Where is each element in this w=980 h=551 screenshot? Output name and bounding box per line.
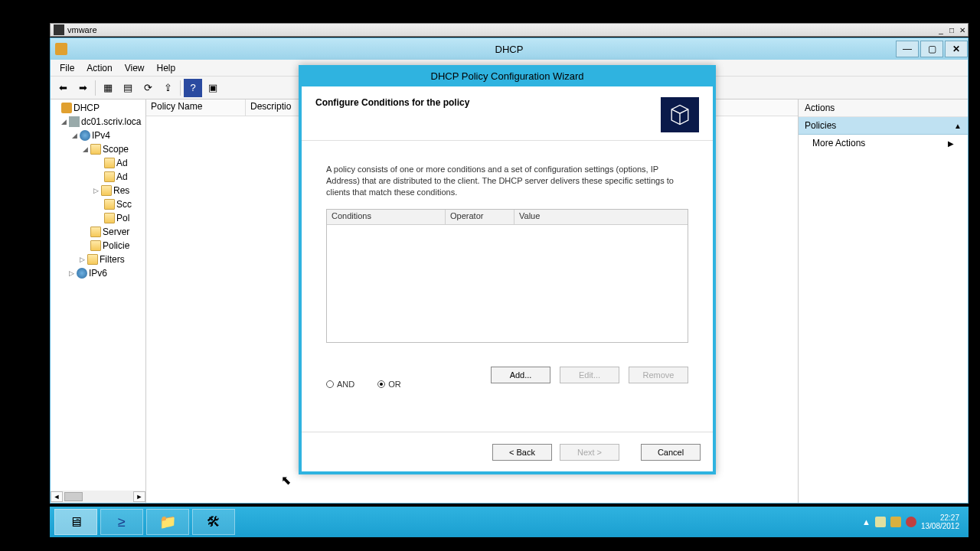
separator (180, 80, 181, 96)
more-actions[interactable]: More Actions ▶ (799, 135, 968, 152)
tree-item[interactable]: Ad (51, 170, 145, 184)
wizard-title: DHCP Policy Configuration Wizard (299, 65, 716, 86)
folder-icon (104, 199, 115, 210)
tree-server-options[interactable]: Server (51, 225, 145, 239)
globe-icon (80, 130, 90, 141)
system-tray[interactable]: ▲ 22:27 13/08/2012 (862, 514, 964, 530)
refresh-icon[interactable]: ⟳ (139, 79, 157, 97)
prop-icon[interactable]: ▤ (119, 79, 137, 97)
radio-or[interactable]: OR (377, 380, 401, 389)
tree-server[interactable]: ◢dc01.scriv.loca (51, 115, 145, 129)
globe-icon (77, 268, 87, 279)
vmware-max-icon[interactable]: □ (946, 26, 957, 34)
actions-panel: Actions Policies ▲ More Actions ▶ (798, 99, 968, 503)
policy-wizard-dialog: DHCP Policy Configuration Wizard Configu… (299, 65, 716, 474)
edit-button[interactable]: Edit... (560, 367, 619, 383)
menu-help[interactable]: Help (151, 61, 182, 75)
conditions-header: Conditions Operator Value (327, 210, 688, 225)
export-icon[interactable]: ⇪ (158, 79, 177, 97)
tree-item[interactable]: Ad (51, 156, 145, 170)
menu-file[interactable]: File (54, 61, 80, 75)
col-policy-name[interactable]: Policy Name (146, 99, 246, 116)
scroll-left-icon[interactable]: ◄ (51, 491, 63, 502)
show-hide-icon[interactable]: ▦ (99, 79, 117, 97)
taskbar[interactable]: 🖥 ≥ 📁 🛠 ▲ 22:27 13/08/2012 (50, 507, 969, 537)
radio-and[interactable]: AND (326, 380, 354, 389)
maximize-button[interactable]: ▢ (920, 41, 943, 57)
server-icon (69, 116, 80, 127)
vmware-icon (54, 24, 64, 35)
tree-panel[interactable]: DHCP ◢dc01.scriv.loca ◢IPv4 ◢Scope Ad Ad… (51, 99, 146, 503)
menu-action[interactable]: Action (80, 61, 118, 75)
dhcp-title: DHCP (51, 44, 968, 55)
tree-scope[interactable]: ◢Scope (51, 142, 145, 156)
help-icon[interactable]: ? (184, 79, 202, 97)
remove-button[interactable]: Remove (629, 367, 688, 383)
tray-shield-icon[interactable] (890, 517, 901, 527)
wizard-description: A policy consists of one or more conditi… (326, 164, 688, 198)
tree-item[interactable]: ▷Res (51, 184, 145, 197)
cancel-button[interactable]: Cancel (641, 444, 701, 461)
tree-policies[interactable]: Policie (51, 239, 145, 253)
menu-view[interactable]: View (119, 61, 151, 75)
collapse-icon[interactable]: ▲ (954, 122, 962, 130)
col-value[interactable]: Value (514, 210, 688, 224)
tree-filters[interactable]: ▷Filters (51, 253, 145, 266)
vmware-min-icon[interactable]: _ (936, 26, 946, 34)
window-controls: — ▢ ✕ (894, 41, 968, 57)
tray-network-icon[interactable] (906, 517, 916, 527)
scroll-thumb[interactable] (64, 492, 83, 501)
wizard-footer: < Back Next > Cancel (302, 432, 713, 471)
tray-clock[interactable]: 22:27 13/08/2012 (921, 514, 964, 530)
folder-icon (101, 185, 112, 196)
vmware-title: vmware (67, 25, 97, 34)
tree-item[interactable]: Scc (51, 197, 145, 211)
dhcp-icon (61, 103, 72, 113)
tree-scrollbar[interactable]: ◄ ► (51, 491, 145, 503)
folder-icon (104, 213, 115, 223)
wizard-header-icon (661, 97, 699, 132)
folder-icon (104, 158, 115, 168)
vmware-close-icon[interactable]: ✕ (957, 26, 968, 34)
extra-icon[interactable]: ▣ (204, 79, 222, 97)
tray-time: 22:27 (921, 514, 959, 522)
dhcp-app-icon (55, 43, 67, 55)
task-server-manager[interactable]: 🖥 (54, 509, 97, 535)
folder-icon (90, 227, 101, 237)
tree-ipv4[interactable]: ◢IPv4 (51, 129, 145, 142)
task-dhcp[interactable]: 🛠 (192, 509, 235, 535)
scroll-right-icon[interactable]: ► (133, 491, 145, 502)
conditions-table[interactable]: Conditions Operator Value (326, 209, 688, 343)
tray-date: 13/08/2012 (921, 522, 959, 530)
tree-ipv6[interactable]: ▷IPv6 (51, 266, 145, 280)
col-operator[interactable]: Operator (446, 210, 514, 224)
back-button[interactable]: < Back (492, 444, 552, 461)
wizard-header: Configure Conditions for the policy (302, 86, 713, 141)
dhcp-titlebar: DHCP — ▢ ✕ (51, 38, 968, 60)
wizard-heading: Configure Conditions for the policy (315, 97, 469, 108)
folder-icon (90, 240, 101, 251)
back-icon[interactable]: ⬅ (54, 79, 72, 97)
vmware-titlebar: vmware _ □ ✕ (50, 23, 969, 37)
task-powershell[interactable]: ≥ (100, 509, 143, 535)
folder-icon (87, 254, 98, 265)
radio-icon (326, 380, 334, 388)
wizard-body: A policy consists of one or more conditi… (302, 141, 713, 432)
close-button[interactable]: ✕ (945, 41, 968, 57)
tray-flag-icon[interactable] (875, 517, 886, 527)
task-explorer[interactable]: 📁 (146, 509, 189, 535)
actions-title: Actions (799, 99, 968, 117)
minimize-button[interactable]: — (896, 41, 919, 57)
logic-radios: AND OR (326, 380, 401, 389)
next-button[interactable]: Next > (560, 444, 619, 461)
tree-root[interactable]: DHCP (51, 101, 145, 115)
tree-item[interactable]: Pol (51, 211, 145, 225)
actions-section[interactable]: Policies ▲ (799, 117, 968, 135)
add-button[interactable]: Add... (491, 367, 550, 383)
tray-up-icon[interactable]: ▲ (862, 517, 871, 527)
forward-icon[interactable]: ➡ (74, 79, 92, 97)
actions-section-label: Policies (805, 120, 836, 131)
col-conditions[interactable]: Conditions (327, 210, 446, 224)
more-actions-label: More Actions (812, 138, 865, 148)
folder-icon (104, 171, 115, 182)
